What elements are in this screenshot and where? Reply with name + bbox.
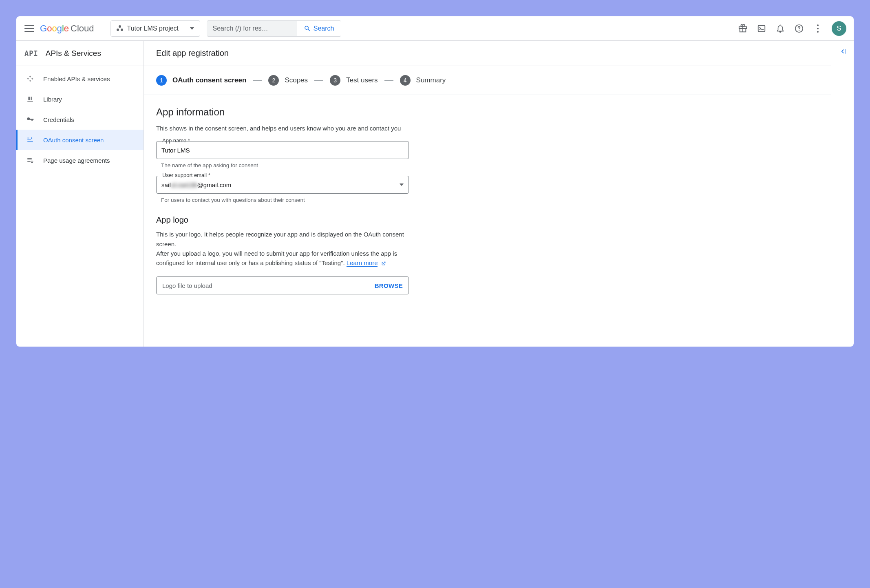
learn-more-link[interactable]: Learn more [347,259,378,267]
search-input[interactable] [207,21,297,36]
external-link-icon [381,261,386,266]
stepper: 1 OAuth consent screen 2 Scopes 3 Test u… [144,66,831,95]
logo-upload-field: Logo file to upload BROWSE [156,276,409,294]
content: Edit app registration 1 OAuth consent sc… [144,41,831,347]
support-email-field: User support email * saiful.cse136@gmail… [156,176,409,194]
sidebar-item-label: Credentials [43,116,74,123]
help-icon[interactable] [794,24,804,33]
app-name-helper: The name of the app asking for consent [161,162,409,168]
step-scopes[interactable]: 2 Scopes [268,75,308,86]
avatar[interactable]: S [832,21,846,36]
topbar: Google Cloud Tutor LMS project Search [16,16,854,41]
app-name-field: App name * [156,141,409,159]
step-summary[interactable]: 4 Summary [400,75,446,86]
sidebar-item-label: Page usage agreements [43,157,110,164]
step-separator [253,80,262,81]
gift-icon[interactable] [738,24,748,33]
api-badge: API [24,49,38,57]
notifications-icon[interactable] [775,24,785,33]
sidebar-nav: Enabled APIs & services Library Credenti… [16,66,144,170]
sidebar-item-credentials[interactable]: Credentials [16,109,144,130]
search-icon [304,25,311,32]
form-area: App information This shows in the consen… [144,95,421,311]
agreements-icon [26,156,34,164]
project-name: Tutor LMS project [127,25,179,32]
cloud-shell-icon[interactable] [757,24,766,33]
project-icon [117,25,123,32]
step-separator [314,80,323,81]
sidebar-item-library[interactable]: Library [16,89,144,109]
sidebar-item-oauth-consent[interactable]: OAuth consent screen [16,130,144,150]
app-logo-heading: App logo [156,215,409,225]
search-box: Search [207,20,341,37]
sidebar-item-enabled-apis[interactable]: Enabled APIs & services [16,69,144,89]
sidebar: API APIs & Services Enabled APIs & servi… [16,41,144,347]
chevron-down-icon [190,27,194,30]
google-cloud-logo[interactable]: Google Cloud [40,23,94,34]
support-email-helper: For users to contact you with questions … [161,197,409,203]
sidebar-header: API APIs & Services [16,41,144,66]
console-frame: Google Cloud Tutor LMS project Search [16,16,854,347]
svg-rect-0 [758,25,765,31]
menu-icon[interactable] [24,23,35,34]
sidebar-item-page-usage[interactable]: Page usage agreements [16,150,144,170]
sidebar-item-label: OAuth consent screen [43,137,104,144]
app-info-heading: App information [156,106,409,118]
sidebar-item-label: Library [43,96,62,103]
app-name-input[interactable] [161,147,404,154]
browse-button[interactable]: BROWSE [375,282,403,289]
library-icon [26,95,34,103]
body: API APIs & Services Enabled APIs & servi… [16,41,854,347]
support-email-select[interactable]: saiful.cse136@gmail.com [156,176,409,194]
main: Edit app registration 1 OAuth consent sc… [144,41,854,347]
step-test-users[interactable]: 3 Test users [330,75,378,86]
collapse-panel-icon[interactable] [839,47,847,347]
sidebar-title: APIs & Services [46,49,101,58]
chevron-down-icon [400,183,404,186]
diamond-icon [26,75,34,83]
page-title: Edit app registration [156,49,229,58]
sidebar-item-label: Enabled APIs & services [43,75,110,82]
project-picker[interactable]: Tutor LMS project [110,20,200,37]
right-rail [831,41,854,347]
app-info-desc: This shows in the consent screen, and he… [156,124,409,133]
content-header: Edit app registration [144,41,831,66]
step-separator [384,80,393,81]
support-email-value: saiful.cse136@gmail.com [161,181,231,188]
search-button[interactable]: Search [297,21,341,36]
top-icons: S [738,21,846,36]
logo-upload-placeholder: Logo file to upload [162,282,212,289]
app-logo-desc: This is your logo. It helps people recog… [156,230,409,267]
key-icon [26,115,34,124]
step-oauth-consent[interactable]: 1 OAuth consent screen [156,75,246,86]
svg-point-3 [31,137,32,139]
svg-point-2 [799,30,799,31]
more-icon[interactable] [813,24,823,33]
consent-icon [26,136,34,144]
